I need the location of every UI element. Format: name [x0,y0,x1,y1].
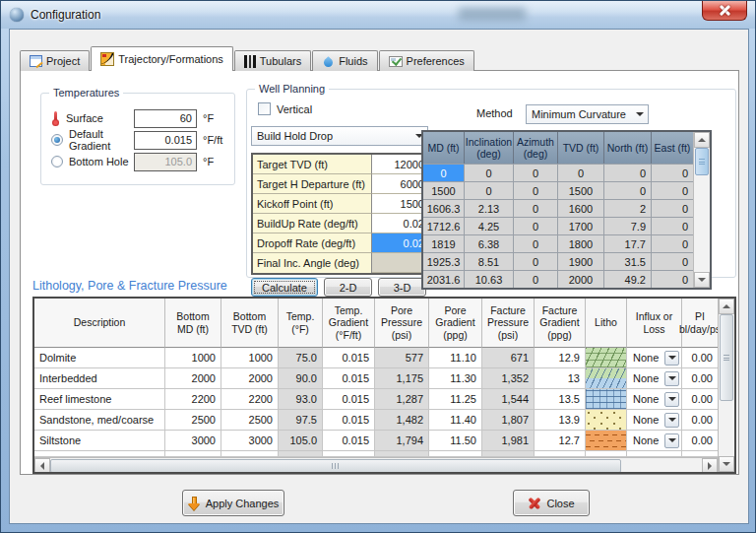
litho-cell-bottom-md[interactable]: 2200 [165,389,221,410]
influx-dropdown[interactable]: None [627,389,681,409]
param-value-target-departure[interactable]: 6000 [372,174,428,194]
trajectory-cell[interactable]: 0 [514,217,558,234]
litho-cell-bottom-md[interactable]: 2500 [165,410,221,431]
litho-cell-temp-gradient[interactable]: 0.015 [323,348,375,368]
litho-cell-bottom-md[interactable]: 2000 [165,368,221,389]
trajectory-cell[interactable]: 1925.3 [423,252,465,270]
apply-changes-button[interactable]: Apply Changes [182,490,284,516]
trajectory-cell[interactable]: 2031.6 [423,270,465,288]
close-button[interactable]: Close [513,490,590,516]
scroll-down-button[interactable] [694,272,710,288]
trajectory-cell[interactable]: 0 [558,164,604,181]
scroll-up-button[interactable] [719,299,734,314]
trajectory-cell[interactable]: 0 [652,199,693,217]
trajectory-cell[interactable]: 0 [604,164,652,181]
trajectory-cell[interactable]: 8.51 [465,252,514,270]
litho-cell-facture-gradient[interactable]: 12.9 [535,348,586,368]
trajectory-cell[interactable]: 1900 [558,252,604,270]
influx-dropdown[interactable]: None [627,410,681,430]
trajectory-cell[interactable]: 6.38 [465,234,514,252]
litho-cell-pi[interactable]: 0.00 [682,410,718,431]
title-bar[interactable]: Configuration [1,1,755,29]
default-gradient-input[interactable]: 0.015 [134,131,197,150]
litho-cell-pi[interactable]: 0.00 [682,431,718,451]
trajectory-cell[interactable]: 0 [652,164,693,181]
tab-fluids[interactable]: Fluids [312,50,377,71]
lithology-horizontal-scrollbar[interactable] [34,457,718,472]
trajectory-cell[interactable]: 2.13 [465,199,514,217]
litho-cell-description[interactable]: Reef limestone [34,389,165,410]
litho-cell-bottom-tvd[interactable]: 3000 [221,431,279,451]
trajectory-cell[interactable]: 1606.3 [423,199,465,217]
litho-cell-description[interactable]: Sandstone, med/coarse [34,410,165,431]
trajectory-cell[interactable]: 2000 [558,270,604,288]
trajectory-vertical-scrollbar[interactable] [693,132,710,288]
scroll-right-button[interactable] [702,458,718,472]
litho-cell-temp-gradient[interactable]: 0.015 [323,368,375,389]
vertical-checkbox[interactable] [258,102,271,115]
litho-cell-pattern[interactable] [586,348,627,368]
litho-cell-pattern[interactable] [586,410,627,431]
surface-temp-input[interactable]: 60 [134,109,197,128]
scrollbar-thumb[interactable] [720,314,733,401]
litho-cell-facture-gradient[interactable]: 13.9 [535,410,586,431]
lithology-vertical-scrollbar[interactable] [718,299,734,472]
litho-cell-pi[interactable]: 0.00 [682,368,718,389]
litho-cell-pattern[interactable] [586,431,627,451]
litho-cell-temp-gradient[interactable]: 0.015 [323,431,375,451]
trajectory-cell[interactable]: 0 [514,181,558,199]
trajectory-cell[interactable]: 49.2 [604,270,652,288]
scrollbar-track[interactable] [694,175,710,272]
litho-cell-description[interactable]: Siltstone [34,431,165,451]
trajectory-cell[interactable]: 0 [514,164,558,181]
trajectory-cell[interactable]: 0 [652,270,693,288]
scrollbar-track[interactable] [719,401,734,456]
litho-cell-facture-gradient[interactable]: 12.7 [535,431,586,451]
trajectory-cell[interactable]: 0 [514,199,558,217]
influx-dropdown[interactable]: None [627,431,681,450]
view-3d-button[interactable]: 3-D [378,278,426,297]
litho-cell-pore-gradient[interactable]: 11.30 [429,368,482,389]
trajectory-cell[interactable]: 0 [652,252,693,270]
trajectory-cell[interactable]: 0 [652,181,693,199]
scroll-left-button[interactable] [34,458,50,472]
trajectory-cell[interactable]: 4.25 [465,217,514,234]
tab-project[interactable]: Project [20,50,90,71]
default-gradient-radio[interactable] [51,134,63,146]
tab-preferences[interactable]: Preferences [379,50,474,71]
influx-dropdown-button[interactable] [664,351,679,366]
litho-cell-temp-gradient[interactable]: 0.015 [323,410,375,431]
litho-cell-pore-gradient[interactable]: 11.40 [429,410,482,431]
scroll-up-button[interactable] [694,132,710,148]
method-dropdown[interactable]: Minimum Curvature [526,104,649,124]
trajectory-cell[interactable]: 17.7 [604,234,652,252]
param-value-dropoff[interactable]: 0.02 [372,233,428,253]
trajectory-cell[interactable]: 0 [604,181,652,199]
litho-cell-pore-gradient[interactable]: 11.50 [429,431,482,451]
trajectory-cell[interactable]: 1712.6 [423,217,465,234]
influx-dropdown-button[interactable] [664,371,679,386]
trajectory-cell[interactable]: 0 [514,252,558,270]
trajectory-cell[interactable]: 0 [423,164,465,181]
tab-tubulars[interactable]: Tubulars [234,50,311,71]
litho-cell-pattern[interactable] [586,389,627,410]
trajectory-cell[interactable]: 0 [465,164,514,181]
trajectory-cell[interactable]: 1700 [558,217,604,234]
trajectory-cell[interactable]: 0 [514,234,558,252]
trajectory-cell[interactable]: 0 [652,234,693,252]
litho-cell-pi[interactable]: 0.00 [682,348,718,368]
scrollbar-track[interactable] [621,458,702,472]
litho-cell-pi[interactable]: 0.00 [682,389,718,410]
litho-cell-description[interactable]: Dolmite [34,348,165,368]
window-close-button[interactable] [702,1,747,21]
trajectory-cell[interactable]: 1800 [558,234,604,252]
litho-cell-bottom-tvd[interactable]: 2200 [221,389,279,410]
scrollbar-thumb[interactable] [50,459,621,472]
trajectory-cell[interactable]: 0 [514,270,558,288]
influx-dropdown-button[interactable] [664,392,679,407]
trajectory-cell[interactable]: 1500 [423,181,465,199]
trajectory-cell[interactable]: 2 [604,199,652,217]
scroll-down-button[interactable] [719,456,734,472]
profile-dropdown[interactable]: Build Hold Drop [251,126,428,146]
calculate-button[interactable]: Calculate [251,278,318,297]
